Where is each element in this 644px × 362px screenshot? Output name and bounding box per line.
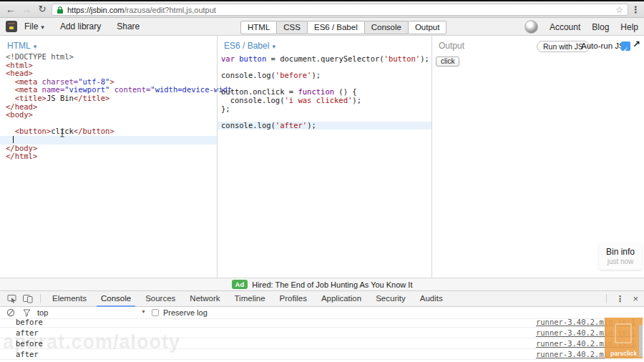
bin-info-title: Bin info <box>599 247 642 257</box>
code-line[interactable]: console.log('before'); <box>218 72 431 80</box>
ad-badge: Ad <box>232 280 248 289</box>
help-link[interactable]: Help <box>620 22 638 32</box>
code-line[interactable]: var button = document.querySelector('but… <box>218 55 431 64</box>
account-link[interactable]: Account <box>550 22 580 32</box>
devtools-tabs: ElementsConsoleSourcesNetworkTimelinePro… <box>45 291 450 307</box>
panel-divider[interactable] <box>217 36 218 278</box>
clear-console-icon[interactable] <box>6 308 15 318</box>
editor-tab-css[interactable]: CSS <box>276 21 308 34</box>
text-cursor <box>13 136 14 143</box>
toolbar-divider <box>606 294 607 303</box>
jsbin-app-window: ← → ↻ https://jsbin.com/razusa/edit?html… <box>0 0 644 362</box>
output-click-button[interactable]: click <box>436 57 459 67</box>
bookmark-star-icon[interactable]: ☆ <box>615 6 623 14</box>
editor-tab-html[interactable]: HTML <box>240 21 277 34</box>
html-panel-title[interactable]: HTML <box>7 41 36 51</box>
share-menu[interactable]: Share <box>117 21 140 31</box>
toolbar-divider <box>40 294 41 303</box>
devtools-menu-icon[interactable]: ⋮ <box>615 294 624 304</box>
context-dropdown-icon[interactable]: ▼ <box>141 309 146 314</box>
url-path: /razusa/edit?html,js,output <box>124 6 215 14</box>
devtools-tab-sources[interactable]: Sources <box>138 291 182 307</box>
url-host: https://jsbin.com <box>67 6 124 14</box>
execution-context-selector[interactable]: top <box>37 308 48 317</box>
browser-toolbar: ← → ↻ https://jsbin.com/razusa/edit?html… <box>0 1 644 18</box>
code-line[interactable]: }; <box>218 105 431 114</box>
parsclick-watermark-logo: parsclick <box>605 318 643 358</box>
https-lock-icon <box>57 6 64 14</box>
devtools-panel: ElementsConsoleSourcesNetworkTimelinePro… <box>0 291 644 362</box>
devtools-close-icon[interactable]: × <box>633 293 638 304</box>
html-code-editor[interactable]: <!DOCTYPE html><html><head> <meta charse… <box>0 53 217 161</box>
video-watermark-text: aparat.com/alooty <box>3 331 180 353</box>
address-bar[interactable]: https://jsbin.com/razusa/edit?html,js,ou… <box>52 4 628 16</box>
console-scrollbar[interactable] <box>639 325 643 357</box>
filter-icon[interactable] <box>23 309 31 318</box>
output-panel-title: Output <box>439 41 464 51</box>
bin-info-timestamp: just now <box>599 258 642 265</box>
devtools-tab-elements[interactable]: Elements <box>45 291 94 307</box>
ad-text[interactable]: Hired: The End of Job Hunting As You Kno… <box>252 280 412 289</box>
mouse-ibeam-cursor <box>59 127 65 140</box>
js-panel-title[interactable]: ES6 / Babel <box>224 41 275 51</box>
editor-tab-output[interactable]: Output <box>408 21 447 34</box>
bin-info-card[interactable]: Bin info just now <box>599 243 642 270</box>
browser-reload-icon[interactable]: ↻ <box>36 3 49 16</box>
devtools-tab-timeline[interactable]: Timeline <box>228 291 273 307</box>
code-line[interactable]: console.log('i was clicked'); <box>218 97 431 105</box>
browser-forward-icon[interactable]: → <box>20 3 33 16</box>
console-toolbar: top ▼ Preserve log <box>0 307 644 319</box>
add-library-menu[interactable]: Add library <box>60 21 101 31</box>
devtools-tab-console[interactable]: Console <box>94 291 138 307</box>
code-line[interactable]: <button>click</button> <box>0 127 217 136</box>
browser-back-icon[interactable]: ← <box>4 3 17 16</box>
devtools-tab-application[interactable]: Application <box>314 291 369 307</box>
ad-banner[interactable]: Ad Hired: The End of Job Hunting As You … <box>0 278 644 291</box>
autorun-js-checkbox[interactable] <box>621 41 630 51</box>
devtools-tab-profiles[interactable]: Profiles <box>273 291 314 307</box>
jsbin-logo-icon[interactable] <box>6 21 17 32</box>
file-menu[interactable]: File <box>24 21 44 31</box>
inspect-element-icon[interactable] <box>7 294 17 303</box>
editor-panel-tabs: HTMLCSSES6 / BabelConsoleOutput <box>241 21 447 34</box>
devtools-tab-audits[interactable]: Audits <box>413 291 450 307</box>
devtools-tab-security[interactable]: Security <box>369 291 413 307</box>
blog-link[interactable]: Blog <box>592 22 609 32</box>
editor-panels: HTML ES6 / Babel Output <!DOCTYPE html><… <box>0 36 644 278</box>
editor-tab-console[interactable]: Console <box>364 21 409 34</box>
code-line[interactable]: console.log('after'); <box>218 122 431 130</box>
code-line[interactable]: <body> <box>0 111 217 119</box>
expand-output-icon[interactable]: ↗ <box>633 39 640 49</box>
jsbin-toolbar: File Add library Share HTMLCSSES6 / Babe… <box>0 18 644 36</box>
device-toolbar-icon[interactable] <box>23 294 33 303</box>
autorun-js-label: Auto-run JS <box>581 41 625 50</box>
account-avatar[interactable] <box>525 20 538 34</box>
browser-menu-icon[interactable]: ⋮ <box>631 4 640 15</box>
preserve-log-checkbox[interactable] <box>152 309 159 316</box>
devtools-tab-network[interactable]: Network <box>182 291 227 307</box>
preserve-log-label: Preserve log <box>163 308 208 317</box>
code-line[interactable]: </html> <box>0 152 217 161</box>
panel-divider[interactable] <box>431 36 432 278</box>
editor-tab-es6-babel[interactable]: ES6 / Babel <box>307 21 365 34</box>
devtools-tab-bar: ElementsConsoleSourcesNetworkTimelinePro… <box>0 291 644 307</box>
js-code-editor[interactable]: var button = document.querySelector('but… <box>218 55 431 129</box>
